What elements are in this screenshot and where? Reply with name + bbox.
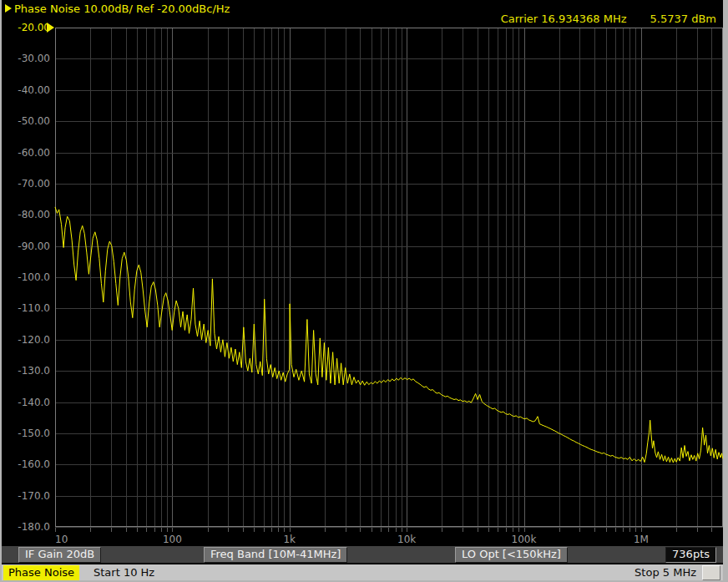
y-tick-label: -150.0 — [2, 427, 50, 440]
y-tick-label: -160.0 — [2, 458, 50, 471]
stop-frequency-label: Stop 5 MHz — [634, 566, 696, 579]
y-tick-label: -130.0 — [2, 364, 50, 377]
lo-opt-field[interactable]: LO Opt [<150kHz] — [455, 547, 568, 563]
points-count-field: 736pts — [665, 547, 716, 563]
x-tick-label: 1k — [283, 533, 296, 546]
status-bar: Phase Noise Start 10 Hz Stop 5 MHz — [2, 564, 723, 580]
x-tick-label: 100k — [512, 533, 537, 546]
phase-noise-analyzer-screen: Phase Noise 10.00dB/ Ref -20.00dBc/Hz Ca… — [0, 0, 728, 582]
ref-level-marker-icon — [47, 23, 54, 33]
measurement-mode-badge: Phase Noise — [3, 565, 79, 580]
freq-band-field[interactable]: Freq Band [10M-41MHz] — [204, 547, 347, 563]
annotation-bar: IF Gain 20dB Freq Band [10M-41MHz] LO Op… — [2, 546, 723, 563]
x-tick-label: 10 — [55, 533, 68, 546]
y-tick-label: -170.0 — [2, 489, 50, 503]
x-tick-label: 1M — [634, 533, 649, 546]
y-tick-label: -140.0 — [2, 396, 50, 409]
if-gain-field[interactable]: IF Gain 20dB — [18, 547, 101, 563]
trace-label: Phase Noise 10.00dB/ Ref -20.00dBc/Hz — [14, 3, 230, 15]
phase-noise-plot — [55, 28, 723, 534]
carrier-readout: Carrier 16.934368 MHz5.5737 dBm — [501, 13, 716, 25]
trace-marker-icon — [5, 4, 12, 13]
trace-header: Phase Noise 10.00dB/ Ref -20.00dBc/Hz — [5, 3, 230, 15]
y-tick-label: -40.00 — [2, 84, 50, 97]
y-tick-label: -80.00 — [2, 208, 50, 221]
y-tick-label: -90.00 — [2, 240, 50, 253]
carrier-frequency: Carrier 16.934368 MHz — [501, 13, 627, 25]
y-tick-label: -30.00 — [2, 52, 50, 65]
carrier-power: 5.5737 dBm — [650, 13, 716, 25]
y-tick-label: -20.00 — [2, 21, 50, 34]
x-tick-label: 10k — [397, 533, 416, 546]
y-tick-label: -110.0 — [2, 301, 50, 315]
y-tick-label: -100.0 — [2, 271, 50, 284]
y-tick-label: -120.0 — [2, 333, 50, 347]
start-frequency-label: Start 10 Hz — [94, 566, 154, 579]
x-tick-label: 100 — [163, 533, 182, 546]
y-tick-label: -50.00 — [2, 114, 50, 128]
y-tick-label: -60.00 — [2, 146, 50, 159]
y-tick-label: -70.00 — [2, 177, 50, 190]
status-corner-button[interactable] — [702, 565, 720, 580]
y-tick-label: -180.0 — [2, 520, 50, 534]
